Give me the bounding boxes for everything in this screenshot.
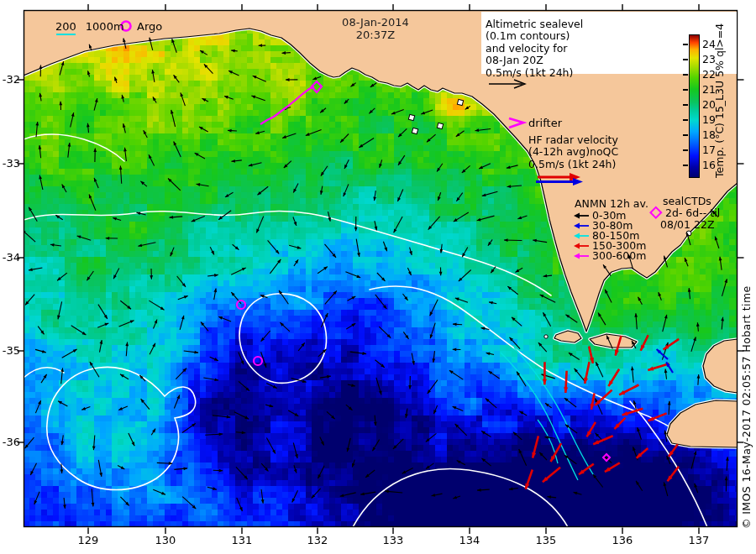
sealctd-diamond-icon (649, 206, 663, 219)
x-axis-label: 131 (223, 534, 260, 546)
altimetric-note: Altimetric sealevel (0.1m contours) and … (486, 18, 583, 79)
left-arrow-icon (573, 252, 590, 260)
left-arrow-icon (573, 232, 590, 240)
colorbar-tick (683, 59, 688, 60)
colorbar-tick (683, 134, 688, 136)
depth-contour-labels: 2001000m (55, 20, 124, 33)
cyan-contour-sample (56, 34, 76, 35)
x-axis-label: 130 (147, 534, 184, 546)
temperature-colorbar (689, 34, 700, 178)
imos-watermark: © IMOS 16-May-2017 02:05:57 Hobart time (740, 200, 753, 529)
hf-radar-note: HF radar velocity (4-12h avg)noQC 0.5m/s… (528, 134, 618, 170)
y-axis-label: -32 (0, 73, 20, 86)
date-text: 08-Jan-2014 (322, 16, 429, 29)
colorbar-tick (683, 119, 688, 121)
x-axis-label: 133 (375, 534, 412, 546)
anmn-legend-title: ANMN 12h av. (575, 198, 648, 210)
hf-radar-vectors (525, 335, 679, 489)
left-arrow-icon (573, 222, 590, 230)
colorbar-tick (683, 44, 688, 45)
contour-1000-label: 1000m (86, 20, 124, 33)
colorbar-tick (683, 74, 688, 76)
argo-label: Argo (137, 20, 162, 33)
x-axis-label: 135 (528, 534, 564, 546)
y-axis-label: -36 (0, 436, 20, 448)
left-arrow-icon (573, 242, 590, 250)
depth-contours (501, 348, 595, 480)
colorbar-tick (683, 89, 688, 91)
y-axis-label: -35 (0, 344, 20, 357)
timestamp: 08-Jan-2014 20:37Z (322, 16, 429, 41)
contour-200-label: 200 (55, 20, 76, 33)
x-axis-label: 129 (70, 534, 107, 546)
sst-map-page: 2001000m Argo 08-Jan-2014 20:37Z Altimet… (0, 0, 756, 554)
x-axis-label: 137 (680, 534, 717, 546)
colorbar-tick (683, 165, 688, 166)
colorbar-tick (683, 149, 688, 151)
anmn-legend: ANMN 12h av. 0-30m30-80m80-150m150-300m3… (573, 198, 648, 261)
x-axis-label: 134 (451, 534, 488, 546)
colorbar-label: Temp. (°C) 15_L3U 5% ql>=4 (713, 30, 726, 178)
map-overlay-svg (0, 0, 756, 554)
anmn-legend-row: 300-600m (573, 251, 648, 261)
x-axis-label: 132 (299, 534, 336, 546)
y-axis-label: -33 (0, 157, 20, 170)
time-text: 20:37Z (322, 29, 429, 41)
colorbar-tick (683, 104, 688, 106)
y-axis-label: -34 (0, 251, 20, 264)
x-axis-label: 136 (604, 534, 641, 546)
sealctd-line3: 08/01 22Z (660, 219, 714, 231)
drifter-label: drifter (528, 117, 562, 129)
left-arrow-icon (573, 212, 590, 220)
anmn-depth-label: 300-600m (592, 251, 646, 261)
